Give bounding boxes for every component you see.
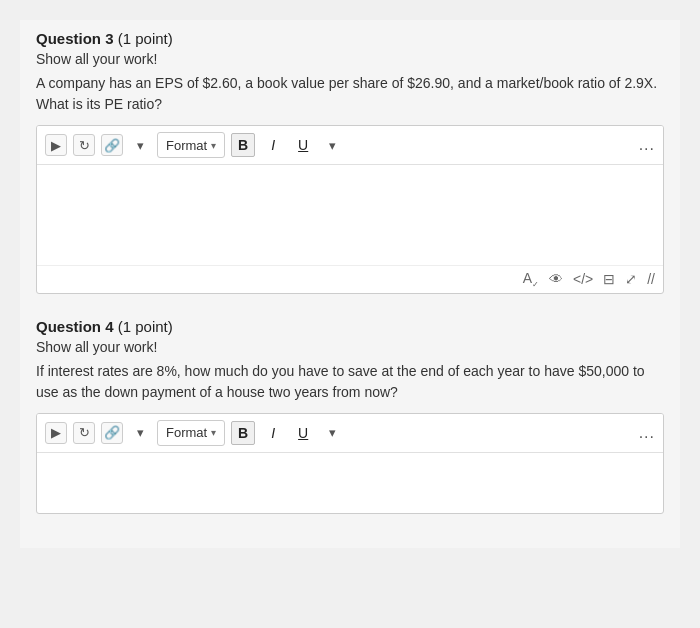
q4-italic-label: I xyxy=(271,425,275,441)
underline-label: U xyxy=(298,137,308,153)
q4-instruction: Show all your work! xyxy=(36,339,664,355)
q3-editor-area[interactable] xyxy=(37,165,663,265)
q3-bottom-toolbar: A✓ 👁 </> ⊟ ⤢ // xyxy=(37,265,663,293)
q4-link-icon[interactable]: 🔗 xyxy=(101,422,123,444)
q4-points: (1 point) xyxy=(118,318,173,335)
slash-icon[interactable]: // xyxy=(647,271,655,287)
question-3-block: Question 3 (1 point) Show all your work!… xyxy=(36,30,664,294)
question-4-title: Question 4 (1 point) xyxy=(36,318,664,335)
q3-toolbar: ▶ ↻ 🔗 ▾ Format ▾ B I xyxy=(37,126,663,165)
grid-icon[interactable]: ⊟ xyxy=(603,271,615,287)
format-chevron-icon: ▾ xyxy=(211,140,216,151)
bold-label: B xyxy=(238,137,248,153)
q4-underline-button[interactable]: U xyxy=(291,421,315,445)
eye-icon[interactable]: 👁 xyxy=(549,271,563,287)
format-label: Format xyxy=(166,138,207,153)
q4-format-dropdown[interactable]: Format ▾ xyxy=(157,420,225,446)
format-dropdown[interactable]: Format ▾ xyxy=(157,132,225,158)
q4-title-text: Question 4 xyxy=(36,318,114,335)
q4-text: If interest rates are 8%, how much do yo… xyxy=(36,361,664,403)
q3-editor-box: ▶ ↻ 🔗 ▾ Format ▾ B I xyxy=(36,125,664,294)
q4-underline-label: U xyxy=(298,425,308,441)
q4-play-icon[interactable]: ▶ xyxy=(45,422,67,444)
format-options-chevron-icon[interactable]: ▾ xyxy=(321,134,343,156)
refresh-icon[interactable]: ↻ xyxy=(73,134,95,156)
more-options-button[interactable]: ... xyxy=(639,136,655,154)
q4-refresh-icon[interactable]: ↻ xyxy=(73,422,95,444)
q3-text: A company has an EPS of $2.60, a book va… xyxy=(36,73,664,115)
q4-editor-box: ▶ ↻ 🔗 ▾ Format ▾ B I xyxy=(36,413,664,514)
q3-points: (1 point) xyxy=(118,30,173,47)
toolbar-chevron-icon[interactable]: ▾ xyxy=(129,134,151,156)
q4-bold-label: B xyxy=(238,425,248,441)
spell-check-icon[interactable]: A✓ xyxy=(523,270,539,289)
q4-format-options-chevron-icon[interactable]: ▾ xyxy=(321,422,343,444)
italic-button[interactable]: I xyxy=(261,133,285,157)
underline-button[interactable]: U xyxy=(291,133,315,157)
q4-italic-button[interactable]: I xyxy=(261,421,285,445)
q4-format-chevron-icon: ▾ xyxy=(211,427,216,438)
question-3-title: Question 3 (1 point) xyxy=(36,30,664,47)
expand-icon[interactable]: ⤢ xyxy=(625,271,637,287)
question-4-block: Question 4 (1 point) Show all your work!… xyxy=(36,318,664,514)
q4-format-label: Format xyxy=(166,425,207,440)
italic-label: I xyxy=(271,137,275,153)
play-icon[interactable]: ▶ xyxy=(45,134,67,156)
q4-toolbar: ▶ ↻ 🔗 ▾ Format ▾ B I xyxy=(37,414,663,453)
q4-bold-button[interactable]: B xyxy=(231,421,255,445)
q3-title-text: Question 3 xyxy=(36,30,114,47)
code-icon[interactable]: </> xyxy=(573,271,593,287)
q4-editor-area[interactable] xyxy=(37,453,663,513)
link-icon[interactable]: 🔗 xyxy=(101,134,123,156)
q3-instruction: Show all your work! xyxy=(36,51,664,67)
page-content: Question 3 (1 point) Show all your work!… xyxy=(20,20,680,548)
bold-button[interactable]: B xyxy=(231,133,255,157)
q4-more-options-button[interactable]: ... xyxy=(639,424,655,442)
q4-toolbar-chevron-icon[interactable]: ▾ xyxy=(129,422,151,444)
